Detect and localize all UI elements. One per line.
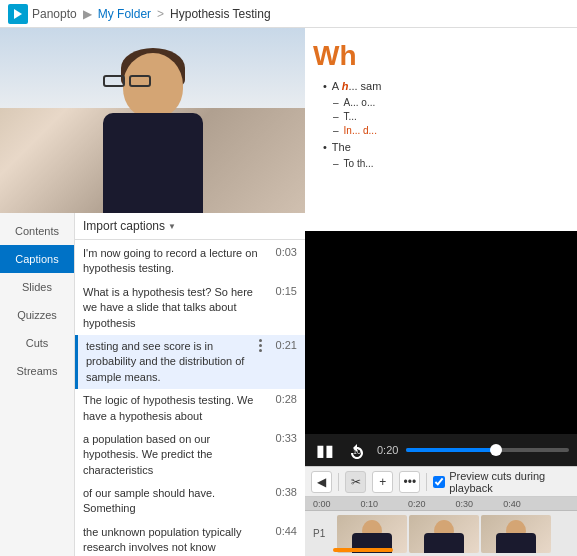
- captions-header: Import captions ▼: [75, 213, 305, 240]
- caption-text: the unknown population typically researc…: [83, 525, 269, 556]
- right-panel: Wh • A h... sam –A... o... –T... –In... …: [305, 28, 577, 556]
- caption-text: The logic of hypothesis testing. We have…: [83, 393, 269, 424]
- thumb-body-3: [496, 533, 536, 553]
- ruler-mark-4: 0:40: [503, 499, 521, 509]
- breadcrumb-sep1: ▶: [83, 7, 92, 21]
- breadcrumb-sep2: >: [157, 7, 164, 21]
- sidebar-item-streams[interactable]: Streams: [0, 357, 74, 385]
- slide-black-section: [305, 231, 577, 434]
- svg-marker-0: [14, 9, 22, 19]
- ruler-mark-0: 0:00: [313, 499, 331, 509]
- import-captions-label: Import captions: [83, 219, 165, 233]
- caption-time: 0:28: [269, 393, 297, 405]
- breadcrumb-folder[interactable]: My Folder: [98, 7, 151, 21]
- list-item-active[interactable]: testing and see score is in probability …: [75, 335, 305, 389]
- app-name: Panopto: [32, 7, 77, 21]
- timeline-content: P1: [305, 511, 577, 556]
- breadcrumb-current: Hypothesis Testing: [170, 7, 271, 21]
- ruler-mark-2: 0:20: [408, 499, 426, 509]
- slide-sub-bullet-1: –A... o...: [333, 97, 569, 108]
- add-button[interactable]: +: [372, 471, 393, 493]
- timeline-ruler: 0:00 0:10 0:20 0:30 0:40: [305, 497, 577, 511]
- sidebar-item-slides[interactable]: Slides: [0, 273, 74, 301]
- timeline-thumb-1[interactable]: [337, 515, 407, 553]
- dropdown-arrow-icon: ▼: [168, 222, 176, 231]
- toolbar-sep-2: [426, 473, 427, 491]
- sidebar-item-quizzes[interactable]: Quizzes: [0, 301, 74, 329]
- play-pause-button[interactable]: ▮▮: [313, 438, 337, 462]
- preview-cuts-label: Preview cuts during playback: [449, 470, 571, 494]
- slide-area: Wh • A h... sam –A... o... –T... –In... …: [305, 28, 577, 434]
- list-item[interactable]: The logic of hypothesis testing. We have…: [75, 389, 305, 428]
- video-controls: ▮▮ 10 0:20: [305, 434, 577, 466]
- list-item[interactable]: of our sample should have. Something 0:3…: [75, 482, 305, 521]
- timeline-strip: 0:00 0:10 0:20 0:30 0:40 P1: [305, 496, 577, 556]
- caption-time: 0:21: [269, 339, 297, 351]
- caption-text: I'm now going to record a lecture on hyp…: [83, 246, 269, 277]
- caption-menu-icon[interactable]: [253, 339, 267, 353]
- slide-content-top: Wh • A h... sam –A... o... –T... –In... …: [305, 28, 577, 231]
- timeline-thumb-3[interactable]: [481, 515, 551, 553]
- back-button[interactable]: ◀: [311, 471, 332, 493]
- caption-time: 0:33: [269, 432, 297, 444]
- panopto-logo: Panopto: [8, 4, 77, 24]
- rewind-button[interactable]: 10: [345, 438, 369, 462]
- time-display: 0:20: [377, 444, 398, 456]
- slide-sub-bullet-2: –T...: [333, 111, 569, 122]
- sidebar-item-captions[interactable]: Captions: [0, 245, 74, 273]
- sidebar: Contents Captions Slides Quizzes Cuts St…: [0, 213, 75, 556]
- list-item[interactable]: I'm now going to record a lecture on hyp…: [75, 242, 305, 281]
- video-frame: [0, 28, 305, 213]
- slide-title: Wh: [313, 40, 569, 72]
- list-item[interactable]: the unknown population typically researc…: [75, 521, 305, 556]
- timeline-thumbs: [337, 515, 569, 553]
- panopto-icon: [8, 4, 28, 24]
- caption-text: testing and see score is in probability …: [86, 339, 253, 385]
- sidebar-item-contents[interactable]: Contents: [0, 217, 74, 245]
- top-bar: Panopto ▶ My Folder > Hypothesis Testing: [0, 0, 577, 28]
- timeline-thumb-2[interactable]: [409, 515, 479, 553]
- timeline-label: P1: [313, 528, 333, 539]
- progress-knob[interactable]: [490, 444, 502, 456]
- slide-sub-bullet-4: –To th...: [333, 158, 569, 169]
- import-captions-button[interactable]: Import captions ▼: [83, 219, 176, 233]
- sidebar-item-cuts[interactable]: Cuts: [0, 329, 74, 357]
- more-button[interactable]: •••: [399, 471, 420, 493]
- caption-text: What is a hypothesis test? So here we ha…: [83, 285, 269, 331]
- preview-checkbox[interactable]: [433, 476, 445, 488]
- captions-panel: Import captions ▼ I'm now going to recor…: [75, 213, 305, 556]
- toolbar-sep-1: [338, 473, 339, 491]
- timeline-bar-overlay: [333, 548, 393, 552]
- thumb-body-2: [424, 533, 464, 553]
- preview-label-container: Preview cuts during playback: [433, 470, 571, 494]
- list-item[interactable]: a population based on our hypothesis. We…: [75, 428, 305, 482]
- bottom-toolbar: ◀ ✂ + ••• Preview cuts during playback: [305, 466, 577, 496]
- ruler-mark-1: 0:10: [361, 499, 379, 509]
- caption-time: 0:03: [269, 246, 297, 258]
- caption-text: of our sample should have. Something: [83, 486, 269, 517]
- captions-list[interactable]: I'm now going to record a lecture on hyp…: [75, 240, 305, 556]
- caption-time: 0:38: [269, 486, 297, 498]
- ruler-mark-3: 0:30: [456, 499, 474, 509]
- svg-text:10: 10: [353, 448, 361, 455]
- slide-sub-bullet-3: –In... d...: [333, 125, 569, 136]
- slide-bullet-2: •The: [323, 141, 569, 153]
- caption-time: 0:15: [269, 285, 297, 297]
- video-area: [0, 28, 305, 213]
- progress-fill: [406, 448, 495, 452]
- caption-text: a population based on our hypothesis. We…: [83, 432, 269, 478]
- slide-bullet-1: • A h... sam: [323, 80, 569, 92]
- sidebar-content-row: Contents Captions Slides Quizzes Cuts St…: [0, 213, 305, 556]
- list-item[interactable]: What is a hypothesis test? So here we ha…: [75, 281, 305, 335]
- caption-time: 0:44: [269, 525, 297, 537]
- left-panel: Contents Captions Slides Quizzes Cuts St…: [0, 28, 305, 556]
- progress-bar[interactable]: [406, 448, 569, 452]
- main-layout: Contents Captions Slides Quizzes Cuts St…: [0, 28, 577, 556]
- scissors-button[interactable]: ✂: [345, 471, 366, 493]
